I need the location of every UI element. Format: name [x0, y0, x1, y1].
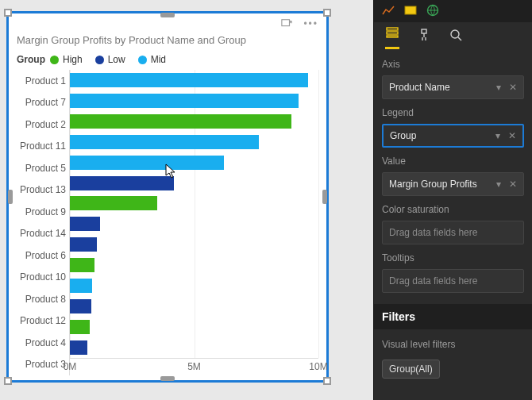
plot-area: Product 1Product 7Product 2Product 11Pro… [17, 70, 318, 375]
bar[interactable] [70, 299, 91, 313]
focus-mode-icon[interactable] [281, 18, 292, 31]
legend-title: Group [17, 54, 45, 65]
analytics-tab[interactable] [449, 28, 463, 49]
axis-section-label: Axis [382, 59, 524, 70]
viz-type-row [374, 0, 532, 22]
y-axis-label: Product 3 [17, 354, 69, 376]
legend-field-value: Group [390, 130, 416, 141]
filter-chip-label: Group(All) [389, 363, 433, 375]
svg-rect-6 [422, 29, 426, 33]
bar[interactable] [70, 114, 291, 129]
y-axis-label: Product 1 [17, 70, 69, 92]
bar-row[interactable] [70, 337, 318, 358]
color-sat-dropzone[interactable]: Drag data fields here [382, 221, 524, 244]
pane-tabs [374, 22, 532, 49]
bar[interactable] [70, 279, 92, 293]
bar-row[interactable] [70, 132, 318, 152]
tooltips-dropzone[interactable]: Drag data fields here [382, 269, 524, 293]
bar[interactable] [70, 73, 308, 87]
filter-chip-group[interactable]: Group(All) [382, 360, 440, 379]
value-field-well[interactable]: Margin Group Profits ▾ ✕ [382, 172, 524, 196]
bar[interactable] [70, 340, 87, 355]
resize-handle-tr[interactable] [323, 9, 331, 17]
legend-label: Mid [151, 54, 166, 65]
bar-row[interactable] [70, 173, 318, 194]
y-axis-label: Product 8 [17, 288, 69, 310]
x-tick: 10M [309, 361, 327, 372]
line-chart-icon[interactable] [382, 5, 395, 18]
y-axis-label: Product 13 [17, 179, 69, 202]
resize-handle-bl[interactable] [4, 377, 12, 385]
resize-handle-top[interactable] [160, 13, 175, 17]
format-tab[interactable] [417, 28, 431, 49]
bar-row[interactable] [70, 255, 318, 275]
bar-row[interactable] [70, 213, 318, 234]
x-tick: 0M [64, 361, 77, 372]
bar-row[interactable] [70, 296, 318, 317]
bar-row[interactable] [70, 111, 318, 132]
y-axis-label: Product 2 [17, 113, 69, 136]
dropzone-placeholder: Drag data fields here [389, 227, 477, 238]
bar-row[interactable] [70, 152, 318, 173]
legend-swatch [138, 56, 147, 64]
bars-container [70, 70, 318, 358]
resize-handle-left[interactable] [8, 190, 13, 204]
remove-field-icon[interactable]: ✕ [509, 179, 517, 190]
bar[interactable] [70, 196, 157, 210]
svg-rect-3 [387, 28, 398, 30]
more-options-icon[interactable]: ••• [303, 18, 318, 31]
bar[interactable] [70, 217, 100, 231]
y-axis-label: Product 11 [17, 136, 69, 158]
globe-map-icon[interactable] [426, 4, 439, 19]
chart-visual[interactable]: ••• Margin Group Profits by Product Name… [6, 11, 329, 383]
bar-row[interactable] [70, 317, 318, 337]
remove-field-icon[interactable]: ✕ [509, 82, 517, 93]
resize-handle-right[interactable] [322, 190, 327, 204]
legend-item-low[interactable]: Low [95, 54, 125, 65]
resize-handle-bottom[interactable] [160, 376, 175, 381]
resize-handle-tl[interactable] [4, 9, 12, 17]
svg-rect-5 [387, 36, 398, 37]
chevron-down-icon[interactable]: ▾ [496, 179, 501, 190]
legend-swatch [50, 56, 59, 64]
x-tick: 5M [187, 361, 201, 372]
legend-item-mid[interactable]: Mid [138, 54, 166, 65]
legend-field-well[interactable]: Group ▾ ✕ [382, 124, 524, 148]
x-axis: 0M 5M 10M [70, 358, 318, 375]
chevron-down-icon[interactable]: ▾ [496, 82, 501, 93]
resize-handle-br[interactable] [323, 377, 331, 385]
remove-field-icon[interactable]: ✕ [508, 130, 516, 141]
bar-row[interactable] [70, 234, 318, 255]
bar-row[interactable] [70, 194, 318, 214]
bar[interactable] [70, 320, 90, 334]
card-visual-icon[interactable] [404, 5, 417, 18]
legend-item-high[interactable]: High [50, 54, 83, 65]
value-section-label: Value [382, 156, 524, 167]
bar[interactable] [70, 237, 97, 252]
bar[interactable] [70, 94, 299, 108]
y-axis-label: Product 14 [17, 223, 69, 245]
y-axis-label: Product 7 [17, 92, 69, 114]
visual-level-filters-label: Visual level filters [382, 339, 524, 350]
report-canvas[interactable]: ••• Margin Group Profits by Product Name… [0, 0, 373, 400]
bar-row[interactable] [70, 275, 318, 296]
axis-field-well[interactable]: Product Name ▾ ✕ [382, 75, 524, 99]
legend-swatch [95, 56, 104, 64]
bar[interactable] [70, 258, 94, 272]
y-axis-label: Product 5 [17, 157, 69, 179]
bar-row[interactable] [70, 90, 318, 111]
bar-row[interactable] [70, 70, 318, 90]
fields-tab[interactable] [385, 25, 399, 49]
y-axis-label: Product 6 [17, 244, 69, 267]
y-axis-label: Product 10 [17, 267, 69, 289]
chart-legend: Group High Low Mid [17, 54, 318, 65]
chevron-down-icon[interactable]: ▾ [495, 130, 500, 141]
bar[interactable] [70, 135, 259, 149]
bar[interactable] [70, 156, 224, 170]
axis-field-value: Product Name [389, 82, 450, 93]
color-sat-section-label: Color saturation [382, 204, 524, 215]
y-axis-label: Product 9 [17, 201, 69, 223]
value-field-value: Margin Group Profits [389, 179, 477, 190]
bar[interactable] [70, 176, 174, 190]
chart-title: Margin Group Profits by Product Name and… [17, 34, 318, 46]
